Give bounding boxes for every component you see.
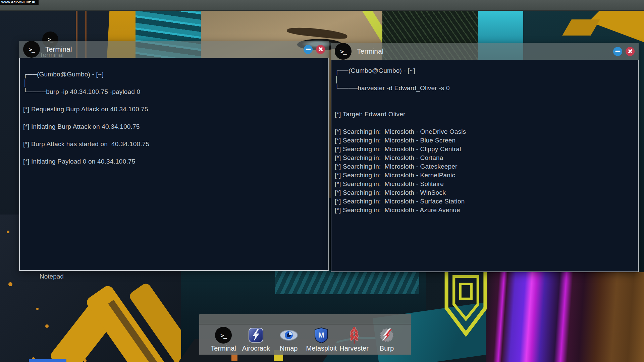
wallpaper-shape-blue-sliver	[29, 359, 66, 362]
terminal-icon: >_	[215, 326, 232, 344]
terminal-output[interactable]: ┌──(Gumbo@Gumbo) - [~]│└────burp -ip 40.…	[19, 58, 329, 271]
wallpaper-shape-belt	[275, 270, 419, 294]
terminal-line: [*] Initiating Payload 0 on 40.34.100.75	[23, 157, 325, 166]
close-button[interactable]	[626, 47, 635, 56]
terminal-line	[23, 131, 325, 140]
terminal-line: [*] Searching in: Microsloth - Cortana	[335, 154, 635, 162]
dock: >_ Terminal Airocrack	[199, 314, 411, 355]
terminal-line: [*] Searching in: Microsloth - WinSock	[335, 188, 635, 197]
terminal-line: [*] Searching in: Microsloth - Solitaire	[335, 180, 635, 188]
terminal-line: │	[335, 75, 635, 84]
dock-item-label: Terminal	[211, 345, 236, 352]
terminal-line: └────harvester -d Edward_Oliver -s 0	[335, 84, 635, 93]
terminal-icon: >_	[23, 41, 40, 58]
titlebar[interactable]: >_ Terminal	[331, 43, 639, 60]
terminal-line: │	[23, 79, 325, 87]
terminal-line: [*] Searching in: Microsloth - Surface S…	[335, 197, 635, 206]
terminal-line: ┌──(Gumbo@Gumbo) - [~]	[335, 66, 635, 75]
desktop-icon-notepad-label[interactable]: Notepad	[40, 273, 64, 280]
top-bar	[0, 0, 644, 11]
terminal-icon: >_	[335, 43, 352, 60]
terminal-window-harvester: >_ Terminal ┌──(Gumbo@Gumbo) - [~]│└────…	[331, 43, 639, 272]
terminal-line	[335, 119, 635, 127]
terminal-output[interactable]: ┌──(Gumbo@Gumbo) - [~]│└────harvester -d…	[331, 60, 639, 272]
burp-icon	[379, 326, 394, 344]
dock-item-burp[interactable]: Burp	[371, 326, 403, 355]
terminal-line: [*] Searching in: Microsloth - KernelPan…	[335, 171, 635, 180]
terminal-line	[335, 93, 635, 101]
airocrack-icon	[248, 326, 264, 344]
window-title: Terminal	[45, 45, 72, 53]
titlebar[interactable]: >_ Terminal	[19, 41, 329, 58]
watermark-label: WWW.GRY-ONLINE.PL	[0, 0, 39, 5]
terminal-line: [*] Burp Attack has started on 40.34.100…	[23, 140, 325, 148]
terminal-line	[23, 96, 325, 105]
terminal-line: [*] Target: Edward Oliver	[335, 110, 635, 119]
terminal-line: [*] Searching in: Microsloth - Blue Scre…	[335, 136, 635, 145]
metasploit-icon: M	[314, 326, 328, 344]
terminal-line	[23, 114, 325, 122]
terminal-line: [*] Initiating Burp Attack on 40.34.100.…	[23, 122, 325, 131]
terminal-window-burp: >_ Terminal ┌──(Gumbo@Gumbo) - [~]│└────…	[19, 41, 329, 271]
dock-item-label: Harvester	[339, 345, 369, 352]
wallpaper-shape-shield-emblem	[443, 265, 489, 338]
nmap-icon	[279, 326, 298, 344]
dock-item-label: Burp	[380, 345, 394, 352]
terminal-line: [*] Requesting Burp Attack on 40.34.100.…	[23, 105, 325, 114]
dock-item-terminal[interactable]: >_ Terminal	[207, 326, 239, 355]
dock-item-harvester[interactable]: Harvester	[338, 326, 370, 355]
dock-item-metasploit[interactable]: M Metasploit	[305, 326, 337, 355]
terminal-line: ┌──(Gumbo@Gumbo) - [~]	[23, 70, 325, 79]
window-title: Terminal	[357, 47, 383, 55]
dock-item-label: Metasploit	[306, 345, 337, 352]
terminal-line: [*] Searching in: Microsloth - OneDrive …	[335, 127, 635, 136]
terminal-line: └────burp -ip 40.34.100.75 -payload 0	[23, 87, 325, 96]
minimize-button[interactable]	[304, 45, 313, 54]
dock-item-label: Airocrack	[242, 345, 270, 352]
terminal-line	[335, 101, 635, 110]
harvester-icon	[349, 326, 359, 344]
close-button[interactable]	[316, 45, 325, 54]
dock-handle[interactable]	[199, 314, 411, 324]
dock-item-label: Nmap	[280, 345, 298, 352]
terminal-line	[23, 148, 325, 157]
wallpaper-shape-neon-fabric	[486, 272, 644, 362]
dock-item-airocrack[interactable]: Airocrack	[240, 326, 272, 355]
svg-text:M: M	[318, 331, 324, 339]
minimize-button[interactable]	[613, 47, 622, 56]
terminal-line: [*] Searching in: Microsloth - Gateskeep…	[335, 162, 635, 171]
terminal-line: [*] Searching in: Microsloth - Clippy Ce…	[335, 145, 635, 154]
terminal-line: [*] Searching in: Microsloth - Azure Ave…	[335, 206, 635, 215]
dock-items: >_ Terminal Airocrack	[199, 324, 411, 355]
desktop-screen: WWW.GRY-ONLINE.PL >_ Terminal Notepad >_…	[0, 0, 644, 362]
dock-item-nmap[interactable]: Nmap	[273, 326, 305, 355]
